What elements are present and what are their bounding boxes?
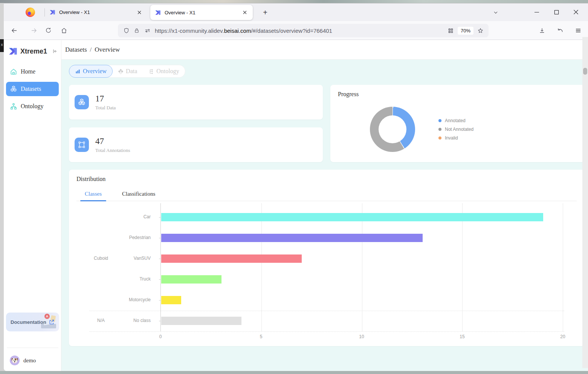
x-tick-label: 0 <box>159 334 162 339</box>
tab-data[interactable]: Data <box>112 65 143 77</box>
close-window-icon[interactable] <box>566 5 586 19</box>
documentation-label: Documentation <box>11 319 46 325</box>
chart-plot-area <box>160 203 563 331</box>
legend-dot <box>438 136 441 139</box>
gridline <box>462 203 463 331</box>
forward-icon[interactable] <box>28 25 40 37</box>
tab-strip: Overview - X1 Overview - X1 + <box>4 3 588 21</box>
permissions-icon[interactable] <box>142 25 153 36</box>
total-data-value: 17 <box>95 94 116 104</box>
tab-classes[interactable]: Classes <box>80 188 106 201</box>
bar-motorcycle <box>161 296 181 304</box>
chart-axis-labels: CarPedestrianVanSUVTruckMotorcycleNo cla… <box>76 203 160 331</box>
breadcrumb-parent[interactable]: Datasets <box>65 46 87 54</box>
minimize-icon[interactable] <box>527 5 547 19</box>
user-name: demo <box>23 357 36 364</box>
x-tick-label: 15 <box>460 334 464 339</box>
legend-label: Invalid <box>445 135 458 141</box>
x1-favicon <box>49 9 56 15</box>
distribution-title: Distribution <box>76 176 577 182</box>
desktop-wallpaper-strip <box>0 0 588 3</box>
legend-item-annotated: Annotated <box>438 118 473 123</box>
bookmark-star-icon[interactable] <box>475 25 486 36</box>
legend-item-not-annotated: Not Annotated <box>438 127 473 132</box>
category-label: VanSUV <box>134 256 151 261</box>
shield-icon[interactable] <box>121 25 131 36</box>
y-tick <box>159 238 161 238</box>
y-tick <box>159 259 161 259</box>
stat-cards-column: 17 Total Data <box>69 85 323 162</box>
progress-card: Progress Annotated <box>330 85 584 162</box>
back-icon[interactable] <box>8 25 20 37</box>
progress-donut-chart <box>370 107 415 152</box>
group-separator <box>89 311 564 311</box>
annotation-frame-icon <box>75 138 89 152</box>
undo-history-icon[interactable] <box>554 25 566 37</box>
brand-row: Xtreme1 <box>4 40 61 61</box>
qr-code-icon[interactable] <box>446 25 456 36</box>
tab-overview[interactable]: Overview <box>69 65 113 78</box>
cubes-icon <box>75 95 89 109</box>
desktop-artifact: x <box>0 39 4 52</box>
new-tab-button[interactable]: + <box>260 7 270 18</box>
distribution-card: Distribution Classes Classifications Car… <box>69 170 584 346</box>
view-tabs: Overview Data Ontology <box>69 65 185 78</box>
main-panel: Datasets / Overview Overview <box>61 40 588 371</box>
tab-ontology[interactable]: Ontology <box>143 65 185 77</box>
y-tick <box>159 217 161 218</box>
legend-label: Annotated <box>445 118 466 123</box>
bar-pedestrian <box>161 234 423 242</box>
total-annotations-label: Total Annotations <box>95 147 130 153</box>
classes-bar-chart: CarPedestrianVanSUVTruckMotorcycleNo cla… <box>76 203 577 340</box>
reload-icon[interactable] <box>42 25 54 37</box>
app-area: Xtreme1 Home Datasets <box>4 40 588 371</box>
page-scrollbar[interactable] <box>582 37 588 368</box>
tab-classifications[interactable]: Classifications <box>118 188 160 201</box>
window-controls <box>527 5 586 19</box>
legend-item-invalid: Invalid <box>438 135 473 141</box>
url-bar[interactable]: https://x1-community.alidev.beisai.com/#… <box>118 24 489 37</box>
sidebar: Xtreme1 Home Datasets <box>4 40 61 371</box>
sidebar-item-ontology[interactable]: Ontology <box>6 99 59 113</box>
bar-truck <box>161 275 221 284</box>
tab-title: Overview - X1 <box>165 10 238 15</box>
category-label: No class <box>133 318 151 323</box>
browser-tab-1[interactable]: Overview - X1 <box>45 3 147 21</box>
tab-close-icon[interactable] <box>136 9 143 16</box>
donut-hole <box>379 115 406 143</box>
menu-hamburger-icon[interactable] <box>572 25 584 37</box>
documentation-button[interactable]: Documentation A <box>6 313 59 331</box>
zoom-level-badge[interactable]: 70% <box>458 27 473 35</box>
legend-dot <box>438 128 441 131</box>
tree-list-icon <box>148 69 154 74</box>
total-annotations-value: 47 <box>95 136 130 146</box>
toolbar-right <box>536 25 584 37</box>
bar-vansuv <box>161 254 302 263</box>
tab-close-icon[interactable] <box>241 9 248 16</box>
sidebar-item-datasets[interactable]: Datasets <box>6 82 59 96</box>
breadcrumb-current: Overview <box>95 46 120 54</box>
chart-x-axis: 05101520 <box>160 331 563 340</box>
downloads-icon[interactable] <box>536 25 548 37</box>
scrollbar-thumb[interactable] <box>583 68 587 75</box>
tab-list-chevron-icon[interactable] <box>490 7 501 18</box>
breadcrumb: Datasets / Overview <box>61 40 588 60</box>
browser-tab-2-active[interactable]: Overview - X1 <box>150 5 253 20</box>
collapse-sidebar-icon[interactable] <box>52 48 58 54</box>
total-data-card: 17 Total Data <box>69 85 323 120</box>
sidebar-item-home[interactable]: Home <box>6 64 59 79</box>
distribution-tabs: Classes Classifications <box>76 188 577 201</box>
progress-legend: Annotated Not Annotated Invalid <box>438 118 473 141</box>
maximize-icon[interactable] <box>547 5 566 19</box>
total-data-label: Total Data <box>95 105 116 111</box>
user-row[interactable]: demo <box>10 356 36 365</box>
page-content: Overview Data Ontology <box>61 60 588 371</box>
home-icon[interactable] <box>58 25 70 37</box>
lock-icon[interactable] <box>131 25 142 36</box>
url-text: https://x1-community.alidev.beisai.com/#… <box>155 28 446 34</box>
sidebar-item-label: Datasets <box>21 86 41 92</box>
firefox-logo-icon[interactable] <box>26 8 35 17</box>
bar-car <box>161 213 543 221</box>
sidebar-item-label: Home <box>21 68 35 75</box>
avatar <box>10 356 20 365</box>
